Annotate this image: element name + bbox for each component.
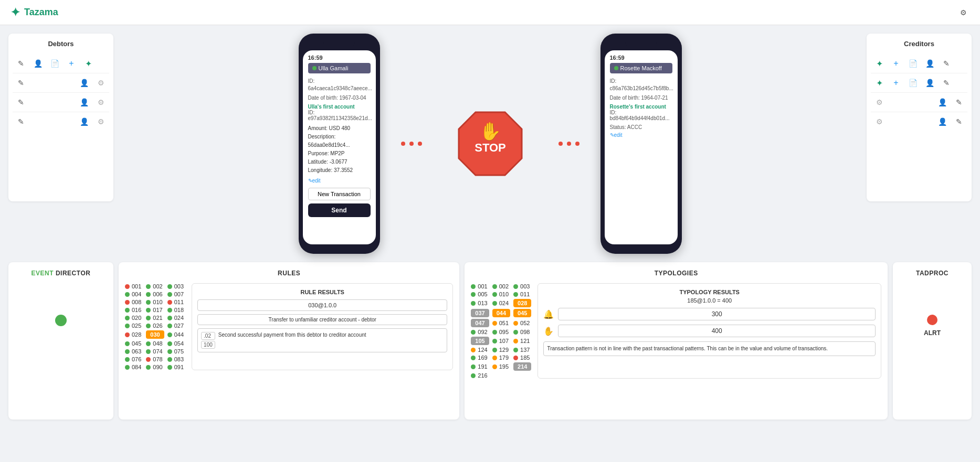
- creditors-edit-icon-3[interactable]: ✎: [953, 96, 965, 109]
- rule-results-box: RULE RESULTS 030@1.0.0 Transfer to unfam…: [192, 283, 453, 370]
- debtor-phone-id: ID: 6a4caeca1c9348c7aeece...: [308, 78, 371, 92]
- debtor-new-transaction-button[interactable]: New Transaction: [308, 188, 371, 200]
- rule-dot-027: [167, 324, 172, 328]
- rule-item-030: 030: [146, 330, 164, 339]
- creditors-star-icon-2[interactable]: ✦: [873, 77, 886, 89]
- rule-item-078: 078: [146, 356, 164, 362]
- director-label: DIRECTOR: [56, 270, 90, 277]
- creditor-phone-status: Status: ACCC: [610, 124, 672, 130]
- debtors-row-3: ✎ 👤 ⚙: [13, 93, 109, 112]
- creditors-edit-icon-2[interactable]: ✎: [940, 77, 953, 89]
- debtors-edit-icon-3[interactable]: ✎: [15, 96, 27, 109]
- rule-item-007: 007: [167, 291, 185, 297]
- typologies-grid: 001 002 003 005 010 011 013 024 028 037 …: [471, 283, 531, 379]
- rule-item-054: 054: [167, 340, 185, 347]
- settings-icon[interactable]: ⚙: [957, 6, 970, 19]
- typo-024: 024: [492, 299, 510, 307]
- typo-dot-003: [513, 284, 518, 289]
- rule-dot-075: [167, 349, 172, 354]
- typo-124: 124: [471, 347, 489, 353]
- debtors-edit-icon-4[interactable]: ✎: [15, 115, 27, 128]
- debtor-phone-time: 16:59: [308, 55, 371, 61]
- debtors-person-icon-1[interactable]: 👤: [31, 57, 44, 70]
- typo-results-formula: 185@1.0.0 = 400: [543, 297, 876, 304]
- creditors-gear-icon-3[interactable]: ⚙: [873, 96, 886, 109]
- creditors-edit-icon-1[interactable]: ✎: [940, 57, 953, 70]
- debtors-plus-icon-1[interactable]: +: [65, 57, 78, 70]
- debtors-gear-icon-3[interactable]: ⚙: [94, 96, 107, 109]
- typo-badge-214: 214: [513, 362, 531, 371]
- typo-137: 137: [513, 347, 531, 353]
- creditor-phone-edit-link[interactable]: ✎edit: [610, 132, 672, 138]
- rule-dot-016: [125, 308, 130, 313]
- rule-item-045: 045: [125, 340, 143, 347]
- debtor-phone-tx-details: Amount: USD 480 Description: 56daa0e8d19…: [308, 124, 371, 175]
- rule-dot-026: [146, 324, 151, 328]
- rule-result-2[interactable]: Transfer to unfamiliar creditor account …: [197, 314, 447, 325]
- creditor-status-dot: [614, 66, 618, 70]
- typo-dot-107: [492, 339, 497, 343]
- logo-text: Tazama: [24, 7, 58, 18]
- rule-item-076: 076: [125, 356, 143, 362]
- top-section: Debtors ✎ 👤 📄 + ✦ ✎ 👤 ⚙ ✎ 👤 ⚙ ✎: [8, 34, 972, 254]
- debtor-phone-account-name[interactable]: Ulla's first account: [308, 104, 371, 110]
- rule-dot-021: [146, 316, 151, 320]
- debtors-title: Debtors: [13, 40, 109, 48]
- typo-001: 001: [471, 283, 489, 289]
- rule-item-024: 024: [167, 315, 185, 321]
- rule-item-011: 011: [167, 299, 185, 305]
- debtors-doc-icon-1[interactable]: 📄: [48, 57, 61, 70]
- dot-5: [567, 142, 571, 146]
- creditors-plus-icon-1[interactable]: +: [890, 57, 902, 70]
- svg-text:STOP: STOP: [475, 141, 506, 154]
- creditors-person-icon-1[interactable]: 👤: [923, 57, 936, 70]
- debtor-phone-dob: Date of birth: 1967-03-04: [308, 94, 371, 102]
- rule-dot-045: [125, 341, 130, 346]
- debtors-edit-icon-1[interactable]: ✎: [15, 57, 27, 70]
- rule-result-1[interactable]: 030@1.0.0: [197, 299, 447, 311]
- creditors-person-icon-2[interactable]: 👤: [923, 77, 936, 89]
- debtors-gear-icon-4[interactable]: ⚙: [94, 115, 107, 128]
- typo-badge-028: 028: [513, 299, 531, 307]
- typo-005: 005: [471, 291, 489, 297]
- rule-item-044: 044: [167, 330, 185, 339]
- phone-notch-right: [625, 40, 657, 47]
- typo-185: 185: [513, 354, 531, 361]
- rule-dot-004: [125, 292, 130, 297]
- typo-result-row-1: 🔔 300: [543, 308, 876, 320]
- creditors-edit-icon-4[interactable]: ✎: [953, 115, 965, 128]
- typo-169: 169: [471, 354, 489, 361]
- typo-044: 044: [492, 309, 510, 317]
- bottom-section: EVENT DIRECTOR RULES 001 002 003 004 006…: [8, 262, 972, 420]
- typo-dot-129: [492, 348, 497, 352]
- rule-item-002: 002: [146, 283, 164, 289]
- stop-sign-container: STOP ✋: [401, 107, 579, 180]
- creditors-star-icon-1[interactable]: ✦: [873, 57, 886, 70]
- creditors-plus-icon-2[interactable]: +: [890, 77, 902, 89]
- rule-dot-025: [125, 324, 130, 328]
- typo-dot-052: [513, 321, 518, 326]
- creditors-gear-icon-4[interactable]: ⚙: [873, 115, 886, 128]
- typo-dot-010: [492, 292, 497, 297]
- rules-grid: 001 002 003 004 006 007 008 010 011 016 …: [125, 283, 185, 370]
- creditors-doc-icon-2[interactable]: 📄: [907, 77, 919, 89]
- debtors-edit-icon-2[interactable]: ✎: [15, 77, 27, 89]
- creditors-doc-icon-1[interactable]: 📄: [907, 57, 919, 70]
- debtors-row-2: ✎ 👤 ⚙: [13, 73, 109, 93]
- debtors-star-icon-1[interactable]: ✦: [82, 57, 94, 70]
- rule-results-title: RULE RESULTS: [197, 289, 447, 295]
- rules-content: 001 002 003 004 006 007 008 010 011 016 …: [125, 283, 453, 370]
- typo-dot-095: [492, 330, 497, 335]
- rule-item-010: 010: [146, 299, 164, 305]
- debtors-gear-icon-2[interactable]: ⚙: [94, 77, 107, 89]
- rule-dot-001: [125, 284, 130, 289]
- typo-095: 095: [492, 329, 510, 335]
- debtor-phone-edit-link[interactable]: ✎edit: [308, 178, 371, 184]
- logo-star-icon: ✦: [10, 6, 20, 19]
- rule-item-090: 090: [146, 364, 164, 370]
- creditor-phone-account-name[interactable]: Rosette's first account: [610, 104, 672, 110]
- event-label: EVENT: [31, 270, 54, 277]
- typo-003: 003: [513, 283, 531, 289]
- debtor-send-button[interactable]: Send: [308, 203, 371, 217]
- creditor-phone: 16:59 Rosette Mackoff ID: c86a763b126d45…: [600, 34, 682, 254]
